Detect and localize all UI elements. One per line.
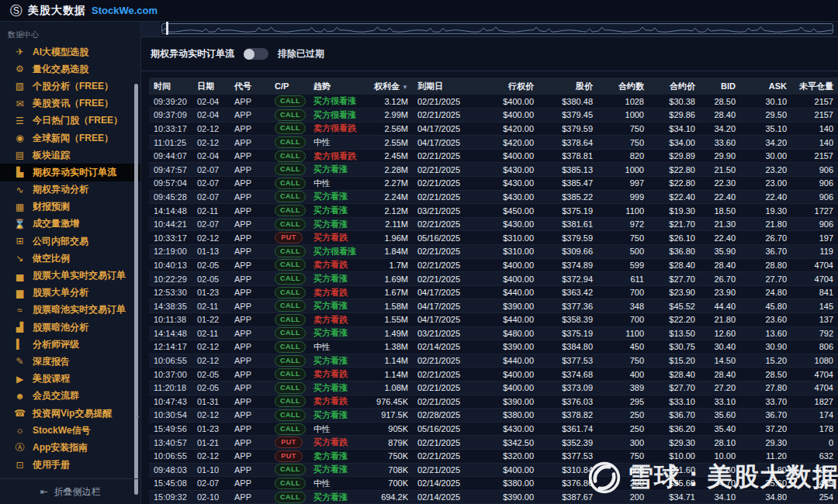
col-header-time[interactable]: 时间 [149,78,192,95]
sidebar-item-21[interactable]: ☎投资网Vip交易提醒 [0,405,140,422]
col-header-strike[interactable]: 行权价 [480,78,538,95]
sector-track-icon: ▤ [14,150,26,161]
table-row[interactable]: 10:37:0002-05APPCALL卖方看跌1.14M02/21/2025$… [149,368,838,381]
col-header-open-interest[interactable]: 未平仓量 [791,78,838,95]
table-row[interactable]: 09:47:5702-07APPCALL买方看涨2.28M02/21/2025$… [149,163,838,177]
sidebar-item-13[interactable]: ▅股票大单实时交易订单 [0,267,140,284]
cell-bid: 21.50 [700,163,740,177]
cell-ask: 36.70 [740,409,791,423]
sidebar-item-6[interactable]: ▤板块追踪 [0,147,140,164]
cell-trend: 买方看涨 [309,463,366,477]
cell-cp: CALL [270,299,309,313]
col-header-premium[interactable]: 权利金▼ [366,78,413,95]
table-row[interactable]: 13:40:5701-21APPPUT买方看跌879K02/21/2025$34… [149,436,838,450]
col-header-cp[interactable]: C/P [270,78,309,95]
table-row[interactable]: 12:14:1702-12APPCALL中性1.38M02/14/2025$39… [149,340,838,354]
sidebar-item-18[interactable]: ✎深度报告 [0,353,140,370]
table-row[interactable]: 10:44:2102-07APPCALL买方看涨2.11M02/21/2025$… [149,217,838,231]
sidebar-item-24[interactable]: ⊡使用手册 [0,457,140,474]
cell-date: 02-07 [192,190,230,204]
table-row[interactable]: 10:06:5502-12APPPUT卖方看涨750K02/21/2025$32… [149,449,838,463]
sidebar-item-7[interactable]: ▙期权异动实时订单流 [0,164,140,181]
table-row[interactable]: 10:11:3801-22APPCALL卖方看跌1.55M04/17/2025$… [149,313,838,327]
col-header-symbol[interactable]: 代号 [230,78,270,95]
sidebar-item-19[interactable]: ▶美股课程 [0,371,140,388]
brand-title[interactable]: 美股大数据 [28,4,86,18]
col-header-trend[interactable]: 趋势 [309,78,366,95]
table-row[interactable]: 14:38:3502-11APPCALL买方看涨1.58M04/17/2025$… [149,299,838,313]
table-row[interactable]: 10:30:5402-12APPCALL买方看涨917.5K02/28/2025… [149,409,838,423]
col-header-date[interactable]: 日期 [192,78,230,95]
table-row[interactable]: 09:39:2002-04APPCALL买方很看涨3.12M02/21/2025… [149,95,838,109]
sidebar-item-17[interactable]: ▍分析师评级 [0,336,140,353]
sidebar-item-3[interactable]: ✉美股资讯（FREE） [0,95,140,112]
table-row[interactable]: 10:40:1302-05APPCALL卖方看跌1.7M02/21/2025$4… [149,258,838,272]
collapse-sidebar-button[interactable]: ⇤ 折叠侧边栏 [0,478,140,504]
sidebar-item-15[interactable]: ≈股票暗池实时交易订单 [0,302,140,319]
sidebar-item-11[interactable]: ⊞公司内部交易 [0,233,140,250]
cell-contract-price: $21.70 [649,217,700,231]
cell-contract-price: $29.86 [649,109,700,123]
table-row[interactable]: 10:33:1702-12APPPUT买方看跌1.96M05/16/2025$3… [149,231,838,245]
table-row[interactable]: 09:37:0902-04APPCALL买方很看涨2.99M02/21/2025… [149,109,838,123]
cell-symbol: APP [230,313,270,327]
table-row[interactable]: 09:44:0702-04APPCALL卖方很看跌2.45M02/21/2025… [149,149,838,163]
timeline-slider-track[interactable] [161,23,833,34]
col-header-bid[interactable]: BID [700,78,740,95]
analyst-rating-icon: ▍ [14,339,26,350]
cell-open-interest: 632 [791,449,838,463]
cell-open-interest: 499 [791,477,838,491]
table-row[interactable]: 14:14:4802-11APPCALL买方看涨2.12M03/21/2025$… [149,204,838,218]
cell-contracts: 700 [597,285,649,299]
table-row[interactable]: 15:49:5601-23APPCALL中性905K05/16/2025$430… [149,422,838,436]
sidebar-item-8[interactable]: ∿期权异动分析 [0,181,140,198]
col-header-contract-price[interactable]: 合约价 [649,78,700,95]
table-row[interactable]: 12:53:3001-23APPCALL卖方看跌1.67M04/17/2025$… [149,285,838,299]
sidebar-item-0[interactable]: ✈AI大模型选股 [0,43,140,60]
col-header-ask[interactable]: ASK [740,78,791,95]
table-row[interactable]: 12:19:0001-13APPCALL买方很看涨1.84M02/21/2025… [149,245,838,259]
table-row[interactable]: 15:45:0802-07APPCALL中性700K02/14/2025$380… [149,477,838,491]
brand-site-link[interactable]: StockWe.com [92,5,158,16]
sidebar-item-label: 成交量激增 [33,217,79,230]
sidebar-item-4[interactable]: ☰今日热门股（FREE） [0,112,140,129]
cell-bid: 34.70 [700,477,740,491]
table-row[interactable]: 09:48:0301-10APPCALL买方看涨708K02/21/2025$4… [149,463,838,477]
table-row[interactable]: 15:09:3202-10APPCALL买方看涨694.2K02/14/2025… [149,490,838,504]
sidebar-item-16[interactable]: ▟股票暗池分析 [0,319,140,336]
sidebar-item-14[interactable]: ▆股票大单分析 [0,285,140,302]
cell-trend: 卖方很看跌 [309,149,366,163]
cell-strike: $342.50 [480,436,538,450]
timeline-slider-handle[interactable] [166,21,168,35]
table-row[interactable]: 10:47:4301-31APPCALL卖方看跌976.45K02/21/202… [149,395,838,409]
col-header-stock-price[interactable]: 股价 [538,78,597,95]
sidebar-item-9[interactable]: ▦财报预测 [0,198,140,216]
sidebar-item-2[interactable]: ▧个股分析（FREE） [0,78,140,95]
table-row[interactable]: 09:57:0402-07APPCALL中性2.27M02/21/2025$43… [149,177,838,191]
table-row[interactable]: 11:20:1802-05APPCALL买方看涨1.08M02/21/2025$… [149,381,838,395]
table-row[interactable]: 10:06:5502-12APPCALL买方看涨1.14M02/21/2025$… [149,354,838,368]
cell-trend: 卖方看跌 [309,285,366,299]
sidebar-item-10[interactable]: ⌛成交量激增 [0,216,140,233]
table-row[interactable]: 10:33:1702-12APPCALL卖方很看跌2.56M04/17/2025… [149,122,838,136]
sidebar-item-23[interactable]: ⒶApp安装指南 [0,439,140,456]
table-row[interactable]: 14:14:4802-11APPCALL买方看涨1.49M03/21/2025$… [149,326,838,340]
exclude-expired-toggle[interactable] [244,48,268,60]
table-row[interactable]: 10:22:2902-05APPCALL买方看涨1.69M02/21/2025$… [149,272,838,286]
cell-stock-price: $309.66 [538,245,597,259]
cell-stock-price: $374.89 [538,258,597,272]
sidebar-scrollbar[interactable] [134,84,138,495]
sidebar-item-12[interactable]: ↘做空比例 [0,250,140,267]
table-row[interactable]: 09:45:2802-07APPCALL买方看涨2.24M02/21/2025$… [149,190,838,204]
col-header-contracts[interactable]: 合约数 [597,78,649,95]
sidebar-item-22[interactable]: ☼StockWe信号 [0,422,140,439]
sidebar-item-1[interactable]: ⚙量化交易选股 [0,60,140,78]
sidebar-item-20[interactable]: ☻会员交流群 [0,388,140,405]
table-row[interactable]: 11:01:2502-12APPCALL中性2.55M04/17/2025$42… [149,136,838,150]
sidebar-item-5[interactable]: ◉全球新闻（FREE） [0,129,140,147]
deep-report-icon: ✎ [14,356,26,367]
sidebar-scroll-caret-icon[interactable]: ▾ [135,413,139,421]
collapse-icon: ⇤ [40,486,47,497]
main-content: 期权异动实时订单流 排除已过期 时间日期代号C/P趋势权利金▼到期日行权价股价合… [140,22,838,504]
col-header-expiry[interactable]: 到期日 [413,78,480,95]
